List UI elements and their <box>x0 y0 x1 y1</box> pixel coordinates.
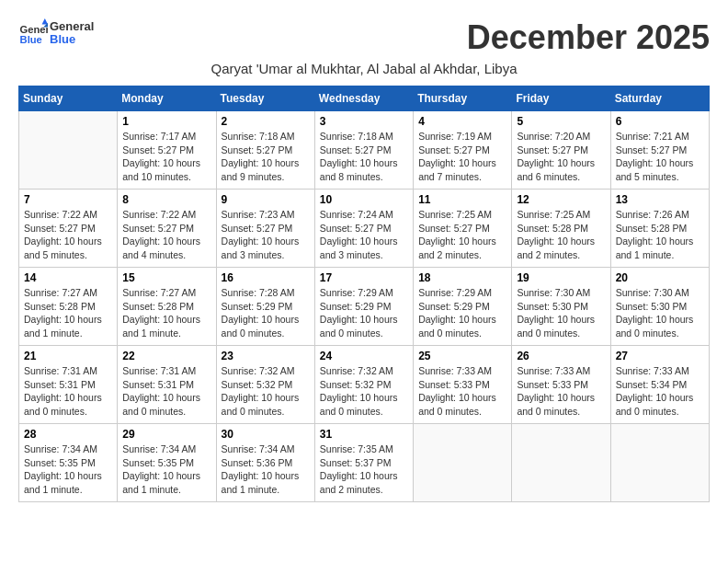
day-number: 10 <box>320 193 408 206</box>
calendar-cell: 13Sunrise: 7:26 AMSunset: 5:28 PMDayligh… <box>610 190 709 268</box>
day-info: Sunrise: 7:29 AMSunset: 5:29 PMDaylight:… <box>418 286 506 340</box>
day-info: Sunrise: 7:33 AMSunset: 5:33 PMDaylight:… <box>517 364 605 419</box>
day-number: 20 <box>616 271 704 284</box>
calendar-cell: 9Sunrise: 7:23 AMSunset: 5:27 PMDaylight… <box>216 190 314 268</box>
week-row-5: 28Sunrise: 7:34 AMSunset: 5:35 PMDayligh… <box>19 424 710 502</box>
day-info: Sunrise: 7:27 AMSunset: 5:28 PMDaylight:… <box>122 286 210 340</box>
calendar-cell: 31Sunrise: 7:35 AMSunset: 5:37 PMDayligh… <box>314 424 413 502</box>
weekday-header-thursday: Thursday <box>414 86 512 111</box>
day-number: 12 <box>517 193 605 206</box>
day-number: 18 <box>418 271 506 284</box>
calendar-cell: 22Sunrise: 7:31 AMSunset: 5:31 PMDayligh… <box>118 346 216 424</box>
day-info: Sunrise: 7:32 AMSunset: 5:32 PMDaylight:… <box>320 364 408 419</box>
day-info: Sunrise: 7:23 AMSunset: 5:27 PMDaylight:… <box>222 208 310 262</box>
day-number: 24 <box>320 350 408 362</box>
calendar-cell: 6Sunrise: 7:21 AMSunset: 5:27 PMDaylight… <box>610 111 709 190</box>
day-number: 9 <box>222 193 310 206</box>
calendar-cell: 1Sunrise: 7:17 AMSunset: 5:27 PMDaylight… <box>118 111 216 190</box>
day-number: 26 <box>517 350 605 362</box>
month-title: December 2025 <box>467 18 710 57</box>
day-info: Sunrise: 7:26 AMSunset: 5:28 PMDaylight:… <box>616 208 704 262</box>
calendar-cell: 2Sunrise: 7:18 AMSunset: 5:27 PMDaylight… <box>216 111 314 190</box>
calendar-cell: 18Sunrise: 7:29 AMSunset: 5:29 PMDayligh… <box>414 268 512 346</box>
svg-marker-2 <box>42 18 48 24</box>
day-number: 17 <box>320 271 408 284</box>
svg-text:Blue: Blue <box>20 34 42 45</box>
day-info: Sunrise: 7:17 AMSunset: 5:27 PMDaylight:… <box>122 130 210 184</box>
day-info: Sunrise: 7:31 AMSunset: 5:31 PMDaylight:… <box>122 364 210 419</box>
day-info: Sunrise: 7:20 AMSunset: 5:27 PMDaylight:… <box>517 130 605 184</box>
logo: General Blue General Blue <box>18 18 94 48</box>
day-number: 22 <box>122 350 210 362</box>
calendar-cell: 8Sunrise: 7:22 AMSunset: 5:27 PMDaylight… <box>118 190 216 268</box>
day-info: Sunrise: 7:24 AMSunset: 5:27 PMDaylight:… <box>320 208 408 262</box>
calendar-table: SundayMondayTuesdayWednesdayThursdayFrid… <box>18 86 710 502</box>
calendar-cell: 12Sunrise: 7:25 AMSunset: 5:28 PMDayligh… <box>512 190 610 268</box>
day-number: 7 <box>24 193 112 206</box>
day-info: Sunrise: 7:35 AMSunset: 5:37 PMDaylight:… <box>320 442 408 497</box>
day-info: Sunrise: 7:21 AMSunset: 5:27 PMDaylight:… <box>616 130 704 184</box>
day-info: Sunrise: 7:27 AMSunset: 5:28 PMDaylight:… <box>24 286 112 340</box>
day-number: 27 <box>616 350 704 362</box>
calendar-cell: 23Sunrise: 7:32 AMSunset: 5:32 PMDayligh… <box>216 346 314 424</box>
day-info: Sunrise: 7:30 AMSunset: 5:30 PMDaylight:… <box>616 286 704 340</box>
day-info: Sunrise: 7:25 AMSunset: 5:27 PMDaylight:… <box>418 208 506 262</box>
weekday-header-tuesday: Tuesday <box>216 86 314 111</box>
svg-text:General: General <box>20 24 48 35</box>
calendar-cell: 30Sunrise: 7:34 AMSunset: 5:36 PMDayligh… <box>216 424 314 502</box>
day-info: Sunrise: 7:30 AMSunset: 5:30 PMDaylight:… <box>517 286 605 340</box>
calendar-cell: 27Sunrise: 7:33 AMSunset: 5:34 PMDayligh… <box>610 346 709 424</box>
weekday-header-monday: Monday <box>118 86 216 111</box>
calendar-cell: 15Sunrise: 7:27 AMSunset: 5:28 PMDayligh… <box>118 268 216 346</box>
weekday-header-wednesday: Wednesday <box>314 86 413 111</box>
week-row-2: 7Sunrise: 7:22 AMSunset: 5:27 PMDaylight… <box>19 190 710 268</box>
weekday-header-sunday: Sunday <box>19 86 118 111</box>
calendar-cell <box>19 111 118 190</box>
day-number: 5 <box>517 115 605 128</box>
day-info: Sunrise: 7:22 AMSunset: 5:27 PMDaylight:… <box>24 208 112 262</box>
day-info: Sunrise: 7:22 AMSunset: 5:27 PMDaylight:… <box>122 208 210 262</box>
logo-general: General <box>50 20 94 33</box>
calendar-cell: 21Sunrise: 7:31 AMSunset: 5:31 PMDayligh… <box>19 346 118 424</box>
calendar-cell: 28Sunrise: 7:34 AMSunset: 5:35 PMDayligh… <box>19 424 118 502</box>
calendar-cell: 10Sunrise: 7:24 AMSunset: 5:27 PMDayligh… <box>314 190 413 268</box>
calendar-cell <box>512 424 610 502</box>
day-info: Sunrise: 7:18 AMSunset: 5:27 PMDaylight:… <box>320 130 408 184</box>
day-number: 30 <box>222 428 310 441</box>
calendar-cell: 11Sunrise: 7:25 AMSunset: 5:27 PMDayligh… <box>414 190 512 268</box>
day-number: 15 <box>122 271 210 284</box>
calendar-cell: 20Sunrise: 7:30 AMSunset: 5:30 PMDayligh… <box>610 268 709 346</box>
week-row-3: 14Sunrise: 7:27 AMSunset: 5:28 PMDayligh… <box>19 268 710 346</box>
calendar-cell: 26Sunrise: 7:33 AMSunset: 5:33 PMDayligh… <box>512 346 610 424</box>
calendar-cell: 29Sunrise: 7:34 AMSunset: 5:35 PMDayligh… <box>118 424 216 502</box>
calendar-cell: 16Sunrise: 7:28 AMSunset: 5:29 PMDayligh… <box>216 268 314 346</box>
day-number: 4 <box>418 115 506 128</box>
day-number: 28 <box>24 428 112 441</box>
location-title: Qaryat 'Umar al Mukhtar, Al Jabal al Akh… <box>18 61 710 76</box>
calendar-cell: 5Sunrise: 7:20 AMSunset: 5:27 PMDaylight… <box>512 111 610 190</box>
day-number: 16 <box>222 271 310 284</box>
day-number: 8 <box>122 193 210 206</box>
week-row-4: 21Sunrise: 7:31 AMSunset: 5:31 PMDayligh… <box>19 346 710 424</box>
day-number: 13 <box>616 193 704 206</box>
calendar-cell: 7Sunrise: 7:22 AMSunset: 5:27 PMDaylight… <box>19 190 118 268</box>
header: General Blue General Blue December 2025 <box>18 18 710 57</box>
day-info: Sunrise: 7:19 AMSunset: 5:27 PMDaylight:… <box>418 130 506 184</box>
logo-blue: Blue <box>50 33 94 46</box>
day-number: 21 <box>24 350 112 362</box>
week-row-1: 1Sunrise: 7:17 AMSunset: 5:27 PMDaylight… <box>19 111 710 190</box>
day-info: Sunrise: 7:18 AMSunset: 5:27 PMDaylight:… <box>222 130 310 184</box>
day-number: 2 <box>222 115 310 128</box>
day-number: 11 <box>418 193 506 206</box>
day-info: Sunrise: 7:33 AMSunset: 5:33 PMDaylight:… <box>418 364 506 419</box>
day-info: Sunrise: 7:32 AMSunset: 5:32 PMDaylight:… <box>222 364 310 419</box>
weekday-header-friday: Friday <box>512 86 610 111</box>
calendar-cell <box>610 424 709 502</box>
calendar-cell: 14Sunrise: 7:27 AMSunset: 5:28 PMDayligh… <box>19 268 118 346</box>
day-number: 6 <box>616 115 704 128</box>
day-number: 29 <box>122 428 210 441</box>
day-info: Sunrise: 7:29 AMSunset: 5:29 PMDaylight:… <box>320 286 408 340</box>
calendar-cell: 24Sunrise: 7:32 AMSunset: 5:32 PMDayligh… <box>314 346 413 424</box>
day-number: 3 <box>320 115 408 128</box>
weekday-header-saturday: Saturday <box>610 86 709 111</box>
